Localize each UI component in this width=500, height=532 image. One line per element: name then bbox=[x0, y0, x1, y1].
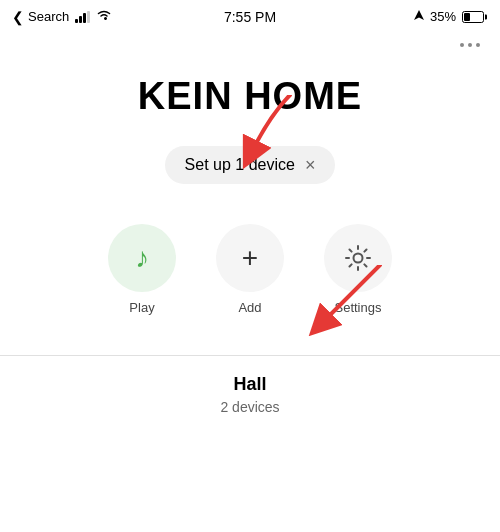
settings-circle bbox=[324, 224, 392, 292]
hall-section: Hall 2 devices bbox=[220, 374, 279, 415]
signal-icon bbox=[75, 11, 90, 23]
section-divider bbox=[0, 355, 500, 356]
status-bar: ❮ Search 7:55 PM 35% bbox=[0, 0, 500, 31]
settings-button[interactable]: Settings bbox=[324, 224, 392, 315]
status-left: ❮ Search bbox=[12, 9, 112, 25]
add-button[interactable]: + Add bbox=[216, 224, 284, 315]
play-label: Play bbox=[129, 300, 154, 315]
status-right: 35% bbox=[414, 9, 484, 24]
dot-icon bbox=[476, 43, 480, 47]
home-title: KEIN HOME bbox=[138, 75, 362, 118]
dot-icon bbox=[460, 43, 464, 47]
settings-label: Settings bbox=[335, 300, 382, 315]
main-content: KEIN HOME Set up 1 device × ♪ Play + Add bbox=[0, 55, 500, 415]
add-circle: + bbox=[216, 224, 284, 292]
setup-device-button[interactable]: Set up 1 device × bbox=[165, 146, 336, 184]
music-note-icon: ♪ bbox=[135, 242, 149, 274]
back-chevron-icon[interactable]: ❮ bbox=[12, 9, 24, 25]
room-device-count: 2 devices bbox=[220, 399, 279, 415]
add-label: Add bbox=[238, 300, 261, 315]
more-options-bar bbox=[0, 31, 500, 55]
wifi-icon bbox=[96, 9, 112, 24]
battery-percent: 35% bbox=[430, 9, 456, 24]
status-time: 7:55 PM bbox=[224, 9, 276, 25]
dot-icon bbox=[468, 43, 472, 47]
setup-device-label: Set up 1 device bbox=[185, 156, 295, 174]
gear-icon bbox=[344, 244, 372, 272]
battery-icon bbox=[462, 11, 484, 23]
plus-icon: + bbox=[242, 242, 258, 274]
room-name[interactable]: Hall bbox=[233, 374, 266, 395]
action-buttons-row: ♪ Play + Add Settings bbox=[108, 224, 392, 315]
close-setup-icon[interactable]: × bbox=[305, 156, 316, 174]
back-label[interactable]: Search bbox=[28, 9, 69, 24]
play-button[interactable]: ♪ Play bbox=[108, 224, 176, 315]
play-circle: ♪ bbox=[108, 224, 176, 292]
more-options-button[interactable] bbox=[456, 39, 484, 51]
location-icon bbox=[414, 10, 424, 24]
svg-point-0 bbox=[354, 254, 363, 263]
